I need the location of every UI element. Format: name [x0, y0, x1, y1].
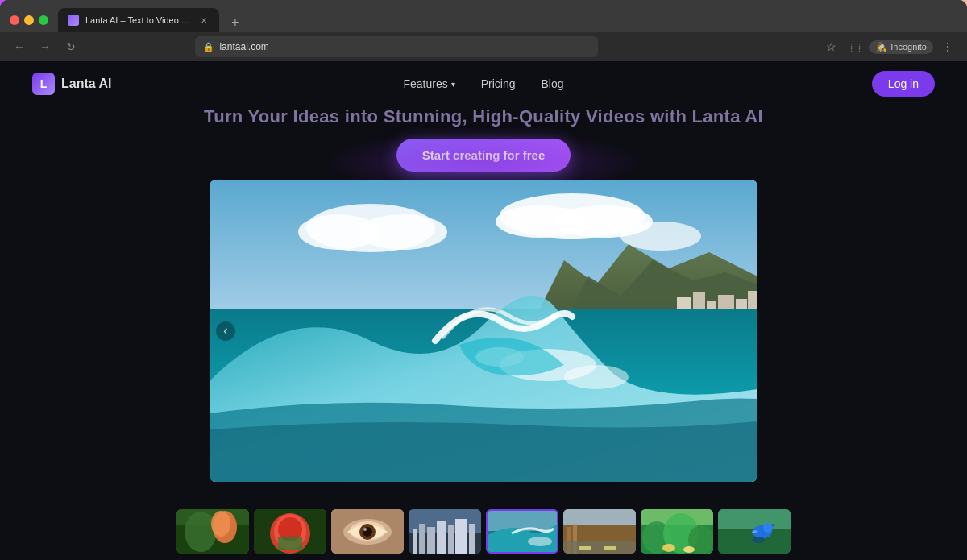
blog-nav-link[interactable]: Blog	[530, 73, 575, 95]
svg-rect-54	[563, 541, 636, 554]
svg-rect-55	[579, 546, 591, 550]
cta-button[interactable]: Start creating for free	[396, 139, 571, 172]
login-button[interactable]: Log in	[872, 71, 935, 97]
svg-rect-40	[419, 524, 425, 554]
svg-point-24	[211, 511, 230, 537]
tab-title: Lanta AI – Text to Video Gen...	[85, 15, 192, 25]
forward-button[interactable]: →	[35, 37, 55, 56]
pricing-nav-link[interactable]: Pricing	[470, 73, 527, 95]
svg-rect-29	[278, 537, 302, 550]
prev-video-button[interactable]: ‹	[216, 321, 235, 341]
thumbnail-6[interactable]	[563, 509, 636, 554]
blog-label: Blog	[542, 77, 564, 90]
nav-links: Features ▾ Pricing Blog	[392, 73, 575, 95]
thumbnail-5-active[interactable]	[486, 509, 558, 554]
features-label: Features	[403, 77, 447, 90]
svg-rect-43	[448, 525, 454, 554]
thumbnail-8[interactable]	[718, 509, 791, 554]
bookmark-icon[interactable]: ☆	[821, 37, 840, 56]
main-video-container: ‹	[210, 180, 757, 503]
svg-rect-56	[604, 546, 616, 550]
toolbar-actions: ☆ ⬚ 🕵 Incognito ⋮	[821, 37, 957, 56]
thumbnail-7[interactable]	[641, 509, 713, 554]
close-window-button[interactable]	[10, 15, 19, 25]
website-content: L Lanta AI Features ▾ Pricing Blog Log i…	[0, 61, 967, 560]
lock-icon: 🔒	[203, 42, 214, 52]
svg-rect-41	[427, 527, 435, 554]
thumbnail-1[interactable]	[176, 509, 249, 554]
svg-point-3	[359, 214, 447, 250]
maximize-window-button[interactable]	[39, 15, 48, 25]
incognito-badge: 🕵 Incognito	[869, 40, 933, 54]
active-tab[interactable]: Lanta AI – Text to Video Gen... ✕	[58, 8, 219, 32]
hero-section: Turn Your Ideas into Stunning, High-Qual…	[0, 106, 967, 180]
thumbnails-row	[210, 503, 757, 560]
svg-point-7	[620, 222, 701, 251]
pricing-label: Pricing	[481, 77, 516, 90]
video-svg	[210, 180, 757, 482]
svg-point-67	[763, 523, 773, 533]
reload-button[interactable]: ↻	[61, 37, 81, 56]
svg-point-22	[185, 512, 217, 552]
url-text: lantaai.com	[219, 41, 268, 52]
browser-chrome: Lanta AI – Text to Video Gen... ✕ + ← → …	[0, 0, 967, 61]
logo-icon: L	[32, 73, 55, 95]
svg-rect-45	[469, 524, 475, 554]
extensions-icon[interactable]: ⬚	[845, 37, 865, 56]
features-nav-link[interactable]: Features ▾	[392, 73, 466, 95]
logo-text: Lanta AI	[61, 77, 112, 91]
site-nav: L Lanta AI Features ▾ Pricing Blog Log i…	[0, 61, 967, 106]
main-content: ‹	[0, 180, 967, 560]
minimize-window-button[interactable]	[24, 15, 34, 25]
svg-point-36	[363, 528, 367, 531]
tab-favicon-icon	[68, 15, 79, 26]
thumbnail-2[interactable]	[254, 509, 326, 554]
svg-rect-50	[563, 509, 636, 525]
svg-point-62	[662, 544, 675, 552]
address-bar[interactable]: 🔒 lantaai.com	[195, 36, 598, 57]
incognito-label: Incognito	[890, 42, 927, 52]
tab-bar: Lanta AI – Text to Video Gen... ✕ +	[58, 8, 957, 32]
svg-rect-42	[437, 521, 446, 554]
svg-point-48	[528, 537, 552, 546]
svg-point-18	[564, 365, 629, 389]
svg-rect-39	[413, 529, 417, 554]
browser-toolbar: ← → ↻ 🔒 lantaai.com ☆ ⬚ 🕵 Incognito ⋮	[0, 32, 967, 61]
thumbnail-4[interactable]	[409, 509, 481, 554]
new-tab-button[interactable]: +	[226, 13, 245, 32]
logo-area[interactable]: L Lanta AI	[32, 73, 112, 95]
menu-icon[interactable]: ⋮	[938, 37, 957, 56]
main-video-display: ‹	[210, 180, 757, 482]
svg-point-63	[683, 546, 695, 553]
traffic-lights	[10, 15, 48, 25]
incognito-icon: 🕵	[876, 42, 887, 52]
thumbnail-3[interactable]	[331, 509, 404, 554]
svg-rect-47	[488, 511, 558, 531]
hero-title: Turn Your Ideas into Stunning, High-Qual…	[204, 106, 763, 127]
title-bar: Lanta AI – Text to Video Gen... ✕ +	[0, 0, 967, 32]
back-button[interactable]: ←	[10, 37, 29, 56]
svg-rect-65	[718, 509, 791, 529]
tab-close-icon[interactable]: ✕	[198, 15, 210, 26]
svg-point-68	[752, 537, 765, 543]
svg-rect-44	[455, 519, 467, 554]
features-chevron-icon: ▾	[451, 80, 455, 89]
